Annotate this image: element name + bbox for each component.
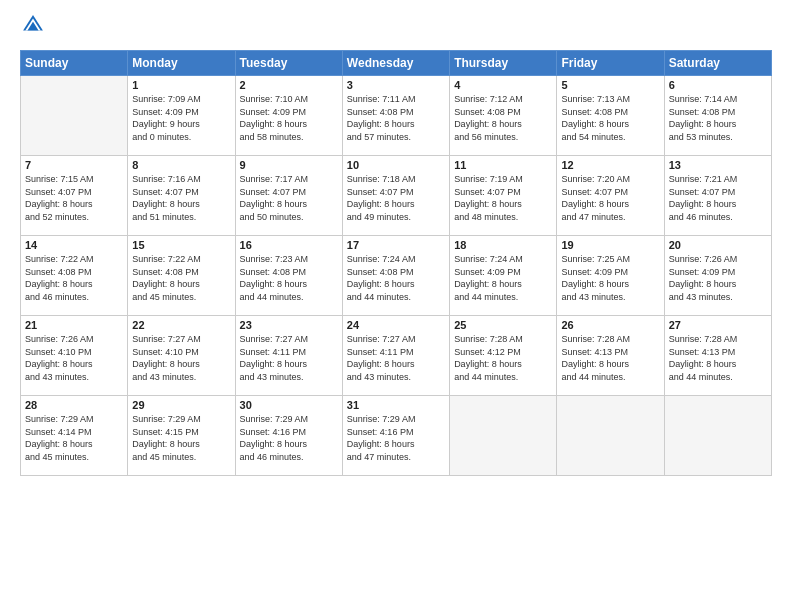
day-number: 31 xyxy=(347,399,445,411)
day-info: Sunrise: 7:21 AMSunset: 4:07 PMDaylight:… xyxy=(669,173,767,223)
day-number: 13 xyxy=(669,159,767,171)
day-info: Sunrise: 7:18 AMSunset: 4:07 PMDaylight:… xyxy=(347,173,445,223)
day-info: Sunrise: 7:12 AMSunset: 4:08 PMDaylight:… xyxy=(454,93,552,143)
calendar-cell xyxy=(450,396,557,476)
calendar-cell: 15Sunrise: 7:22 AMSunset: 4:08 PMDayligh… xyxy=(128,236,235,316)
day-number: 1 xyxy=(132,79,230,91)
calendar-cell: 4Sunrise: 7:12 AMSunset: 4:08 PMDaylight… xyxy=(450,76,557,156)
day-number: 27 xyxy=(669,319,767,331)
day-number: 19 xyxy=(561,239,659,251)
calendar-cell: 1Sunrise: 7:09 AMSunset: 4:09 PMDaylight… xyxy=(128,76,235,156)
day-info: Sunrise: 7:27 AMSunset: 4:11 PMDaylight:… xyxy=(347,333,445,383)
day-info: Sunrise: 7:28 AMSunset: 4:12 PMDaylight:… xyxy=(454,333,552,383)
day-info: Sunrise: 7:28 AMSunset: 4:13 PMDaylight:… xyxy=(669,333,767,383)
day-info: Sunrise: 7:29 AMSunset: 4:16 PMDaylight:… xyxy=(347,413,445,463)
day-header-tuesday: Tuesday xyxy=(235,51,342,76)
calendar-week-row: 7Sunrise: 7:15 AMSunset: 4:07 PMDaylight… xyxy=(21,156,772,236)
calendar-week-row: 1Sunrise: 7:09 AMSunset: 4:09 PMDaylight… xyxy=(21,76,772,156)
day-info: Sunrise: 7:29 AMSunset: 4:15 PMDaylight:… xyxy=(132,413,230,463)
day-header-monday: Monday xyxy=(128,51,235,76)
calendar-cell: 8Sunrise: 7:16 AMSunset: 4:07 PMDaylight… xyxy=(128,156,235,236)
day-info: Sunrise: 7:16 AMSunset: 4:07 PMDaylight:… xyxy=(132,173,230,223)
calendar-cell: 16Sunrise: 7:23 AMSunset: 4:08 PMDayligh… xyxy=(235,236,342,316)
day-number: 6 xyxy=(669,79,767,91)
calendar-cell xyxy=(21,76,128,156)
day-header-thursday: Thursday xyxy=(450,51,557,76)
day-info: Sunrise: 7:22 AMSunset: 4:08 PMDaylight:… xyxy=(132,253,230,303)
day-info: Sunrise: 7:27 AMSunset: 4:11 PMDaylight:… xyxy=(240,333,338,383)
calendar-cell: 2Sunrise: 7:10 AMSunset: 4:09 PMDaylight… xyxy=(235,76,342,156)
day-number: 22 xyxy=(132,319,230,331)
day-number: 20 xyxy=(669,239,767,251)
day-header-friday: Friday xyxy=(557,51,664,76)
day-header-wednesday: Wednesday xyxy=(342,51,449,76)
calendar-cell: 7Sunrise: 7:15 AMSunset: 4:07 PMDaylight… xyxy=(21,156,128,236)
day-header-sunday: Sunday xyxy=(21,51,128,76)
calendar-cell: 23Sunrise: 7:27 AMSunset: 4:11 PMDayligh… xyxy=(235,316,342,396)
calendar-cell: 27Sunrise: 7:28 AMSunset: 4:13 PMDayligh… xyxy=(664,316,771,396)
day-info: Sunrise: 7:10 AMSunset: 4:09 PMDaylight:… xyxy=(240,93,338,143)
day-info: Sunrise: 7:26 AMSunset: 4:10 PMDaylight:… xyxy=(25,333,123,383)
day-number: 16 xyxy=(240,239,338,251)
day-info: Sunrise: 7:11 AMSunset: 4:08 PMDaylight:… xyxy=(347,93,445,143)
calendar-cell: 14Sunrise: 7:22 AMSunset: 4:08 PMDayligh… xyxy=(21,236,128,316)
day-number: 15 xyxy=(132,239,230,251)
day-info: Sunrise: 7:25 AMSunset: 4:09 PMDaylight:… xyxy=(561,253,659,303)
day-number: 26 xyxy=(561,319,659,331)
calendar-week-row: 28Sunrise: 7:29 AMSunset: 4:14 PMDayligh… xyxy=(21,396,772,476)
day-info: Sunrise: 7:28 AMSunset: 4:13 PMDaylight:… xyxy=(561,333,659,383)
calendar-cell: 12Sunrise: 7:20 AMSunset: 4:07 PMDayligh… xyxy=(557,156,664,236)
calendar-cell: 3Sunrise: 7:11 AMSunset: 4:08 PMDaylight… xyxy=(342,76,449,156)
day-number: 2 xyxy=(240,79,338,91)
calendar-cell: 11Sunrise: 7:19 AMSunset: 4:07 PMDayligh… xyxy=(450,156,557,236)
day-header-saturday: Saturday xyxy=(664,51,771,76)
day-info: Sunrise: 7:24 AMSunset: 4:09 PMDaylight:… xyxy=(454,253,552,303)
day-number: 5 xyxy=(561,79,659,91)
calendar-cell: 10Sunrise: 7:18 AMSunset: 4:07 PMDayligh… xyxy=(342,156,449,236)
day-info: Sunrise: 7:13 AMSunset: 4:08 PMDaylight:… xyxy=(561,93,659,143)
day-info: Sunrise: 7:29 AMSunset: 4:16 PMDaylight:… xyxy=(240,413,338,463)
calendar-week-row: 21Sunrise: 7:26 AMSunset: 4:10 PMDayligh… xyxy=(21,316,772,396)
calendar-cell: 5Sunrise: 7:13 AMSunset: 4:08 PMDaylight… xyxy=(557,76,664,156)
calendar-cell: 18Sunrise: 7:24 AMSunset: 4:09 PMDayligh… xyxy=(450,236,557,316)
day-info: Sunrise: 7:14 AMSunset: 4:08 PMDaylight:… xyxy=(669,93,767,143)
calendar-cell xyxy=(664,396,771,476)
day-info: Sunrise: 7:15 AMSunset: 4:07 PMDaylight:… xyxy=(25,173,123,223)
day-number: 17 xyxy=(347,239,445,251)
day-number: 10 xyxy=(347,159,445,171)
calendar-week-row: 14Sunrise: 7:22 AMSunset: 4:08 PMDayligh… xyxy=(21,236,772,316)
day-number: 28 xyxy=(25,399,123,411)
day-number: 24 xyxy=(347,319,445,331)
day-info: Sunrise: 7:26 AMSunset: 4:09 PMDaylight:… xyxy=(669,253,767,303)
calendar-cell: 24Sunrise: 7:27 AMSunset: 4:11 PMDayligh… xyxy=(342,316,449,396)
day-number: 25 xyxy=(454,319,552,331)
calendar-cell: 9Sunrise: 7:17 AMSunset: 4:07 PMDaylight… xyxy=(235,156,342,236)
header xyxy=(20,16,772,40)
day-number: 11 xyxy=(454,159,552,171)
calendar-cell: 28Sunrise: 7:29 AMSunset: 4:14 PMDayligh… xyxy=(21,396,128,476)
calendar-cell: 20Sunrise: 7:26 AMSunset: 4:09 PMDayligh… xyxy=(664,236,771,316)
calendar-table: SundayMondayTuesdayWednesdayThursdayFrid… xyxy=(20,50,772,476)
calendar-cell: 22Sunrise: 7:27 AMSunset: 4:10 PMDayligh… xyxy=(128,316,235,396)
day-number: 30 xyxy=(240,399,338,411)
calendar-header-row: SundayMondayTuesdayWednesdayThursdayFrid… xyxy=(21,51,772,76)
calendar-cell: 6Sunrise: 7:14 AMSunset: 4:08 PMDaylight… xyxy=(664,76,771,156)
day-number: 12 xyxy=(561,159,659,171)
calendar-cell: 13Sunrise: 7:21 AMSunset: 4:07 PMDayligh… xyxy=(664,156,771,236)
day-number: 7 xyxy=(25,159,123,171)
day-info: Sunrise: 7:20 AMSunset: 4:07 PMDaylight:… xyxy=(561,173,659,223)
day-info: Sunrise: 7:23 AMSunset: 4:08 PMDaylight:… xyxy=(240,253,338,303)
day-info: Sunrise: 7:19 AMSunset: 4:07 PMDaylight:… xyxy=(454,173,552,223)
day-info: Sunrise: 7:24 AMSunset: 4:08 PMDaylight:… xyxy=(347,253,445,303)
calendar-cell: 31Sunrise: 7:29 AMSunset: 4:16 PMDayligh… xyxy=(342,396,449,476)
calendar-cell: 17Sunrise: 7:24 AMSunset: 4:08 PMDayligh… xyxy=(342,236,449,316)
calendar-cell: 26Sunrise: 7:28 AMSunset: 4:13 PMDayligh… xyxy=(557,316,664,396)
calendar-cell xyxy=(557,396,664,476)
day-number: 8 xyxy=(132,159,230,171)
day-number: 18 xyxy=(454,239,552,251)
day-number: 9 xyxy=(240,159,338,171)
day-info: Sunrise: 7:29 AMSunset: 4:14 PMDaylight:… xyxy=(25,413,123,463)
page: SundayMondayTuesdayWednesdayThursdayFrid… xyxy=(0,0,792,612)
day-number: 3 xyxy=(347,79,445,91)
day-info: Sunrise: 7:22 AMSunset: 4:08 PMDaylight:… xyxy=(25,253,123,303)
